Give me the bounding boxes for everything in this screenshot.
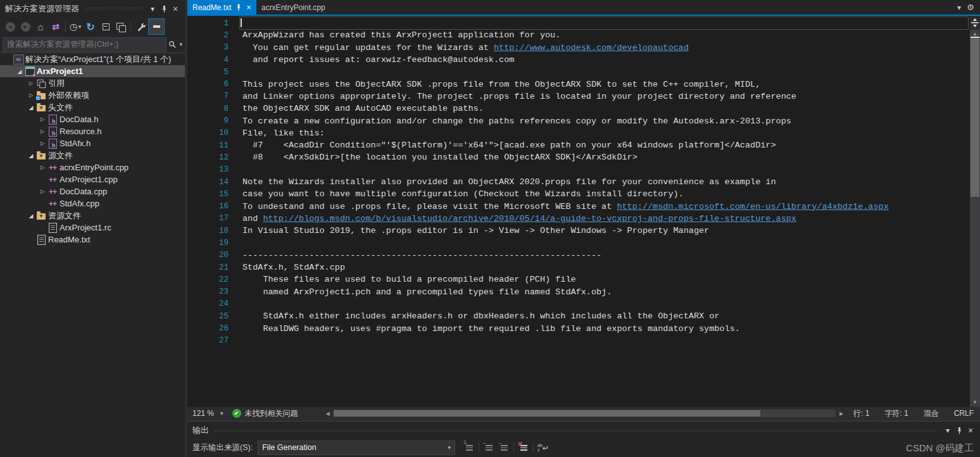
tree-expand-arrow[interactable]: ▷ <box>27 80 35 86</box>
find-message-icon[interactable]: ↴ <box>462 441 477 454</box>
tab-readme[interactable]: ReadMe.txt × <box>187 0 256 15</box>
line-number: 1 <box>187 19 232 28</box>
search-icon[interactable] <box>166 39 178 50</box>
tree-expand-arrow[interactable]: ▷ <box>38 116 47 122</box>
close-icon[interactable]: × <box>246 3 251 12</box>
next-message-icon[interactable]: → <box>496 441 512 454</box>
toolbar-separator <box>513 442 514 453</box>
preview-selected-items-icon[interactable] <box>148 19 165 34</box>
search-options-caret[interactable]: ▾ <box>179 41 182 47</box>
pin-icon[interactable] <box>236 4 242 11</box>
gear-icon[interactable]: ⚙ <box>965 2 976 13</box>
tree-expand-arrow[interactable]: ▷ <box>38 189 47 194</box>
close-icon[interactable]: × <box>170 3 181 15</box>
tree-item[interactable]: ◢▼源文件 <box>0 149 185 161</box>
references-icon <box>35 78 47 89</box>
tree-expand-arrow[interactable]: ◢ <box>15 68 24 75</box>
line-number: 22 <box>187 275 232 284</box>
pending-changes-clock-icon[interactable]: ◷▾ <box>68 19 83 34</box>
scroll-down-arrow[interactable]: ▼ <box>970 399 980 405</box>
code-line: 17and http://blogs.msdn.com/b/visualstud… <box>187 213 970 225</box>
scroll-right-arrow[interactable]: ▶ <box>837 411 846 416</box>
tree-item[interactable]: ReadMe.txt <box>0 234 185 246</box>
hyperlink[interactable]: http://msdn.microsoft.com/en-us/library/… <box>617 202 888 211</box>
code-line: 21StdAfx.h, StdAfx.cpp <box>187 261 970 273</box>
clear-all-icon[interactable]: ✕ <box>516 441 531 454</box>
show-all-files-icon[interactable] <box>113 19 129 34</box>
refresh-icon[interactable]: ↻ <box>83 19 98 34</box>
zoom-level[interactable]: 121 % <box>192 409 214 418</box>
folder-filter-icon: ▼ <box>35 151 47 161</box>
output-titlebar[interactable]: 输出 ▾ × <box>187 422 980 439</box>
code-line: 22 These files are used to build a preco… <box>187 273 970 285</box>
solution-explorer-titlebar[interactable]: 解决方案资源管理器 ▾ × <box>0 0 185 17</box>
tree-item[interactable]: ▷StdAfx.h <box>0 137 185 149</box>
line-number: 14 <box>187 178 232 187</box>
problems-status[interactable]: 未找到相关问题 <box>245 408 298 419</box>
tree-item[interactable]: ▷++DocData.cpp <box>0 185 185 197</box>
chevron-down-icon[interactable]: ▾ <box>953 2 965 13</box>
close-icon[interactable]: × <box>965 425 976 436</box>
pin-icon[interactable] <box>953 425 965 436</box>
collapse-all-icon[interactable] <box>98 19 113 34</box>
zoom-caret-icon[interactable]: ▾ <box>220 410 223 416</box>
tree-item[interactable]: ◢▼资源文件 <box>0 210 185 222</box>
tree-item[interactable]: ∞解决方案“ArxProject1”(1 个项目/共 1 个) <box>0 53 185 65</box>
line-text: You can get regular updates for the Wiza… <box>232 43 689 53</box>
split-window-handle[interactable] <box>970 16 980 30</box>
line-text: In Visual Studio 2019, the .props editor… <box>232 226 709 235</box>
tree-item[interactable]: ▷DocData.h <box>0 113 185 125</box>
encoding-indicator: 混合 <box>924 408 939 419</box>
code-line: 10File, like this: <box>187 127 970 139</box>
wrench-icon[interactable] <box>133 19 148 34</box>
code-line: 16To undestand and use .props file, plea… <box>187 200 970 212</box>
scroll-left-arrow[interactable]: ◀ <box>324 411 332 416</box>
tab-label: acrxEntryPoint.cpp <box>261 3 325 12</box>
tree-expand-arrow[interactable]: ▷ <box>38 141 47 146</box>
nav-forward-icon[interactable]: ► <box>18 19 33 34</box>
tree-item[interactable]: ArxProject1.rc <box>0 222 185 234</box>
tree-expand-arrow[interactable]: ▷ <box>38 165 47 170</box>
tree-expand-arrow[interactable]: ▷ <box>38 128 47 134</box>
prev-message-icon[interactable]: ← <box>481 441 496 454</box>
home-icon[interactable]: ⌂ <box>33 19 48 34</box>
tree-item[interactable]: ▷Resource.h <box>0 125 185 137</box>
tree-item[interactable]: ◢▼头文件 <box>0 101 185 113</box>
sync-active-document-icon[interactable]: ⇄ <box>48 19 63 34</box>
scroll-up-arrow[interactable]: ▲ <box>970 31 980 37</box>
tree-item[interactable]: ++StdAfx.cpp <box>0 197 185 210</box>
code-view[interactable]: 12ArxAppWizard has created this ArxProje… <box>187 16 980 407</box>
visual-studio-window: 解决方案资源管理器 ▾ × ◄►⌂⇄◷▾↻ ▾ ∞解决方案“ArxProject… <box>0 0 980 457</box>
tree-item[interactable]: ++ArxProject1.cpp <box>0 173 185 185</box>
horizontal-scrollbar[interactable] <box>334 410 836 417</box>
tree-expand-arrow[interactable]: ◢ <box>27 153 35 159</box>
horizontal-scroll-thumb[interactable] <box>334 410 760 416</box>
toggle-word-wrap-icon[interactable]: abc↵ <box>536 441 551 454</box>
tree-expand-arrow[interactable]: ◢ <box>27 104 35 111</box>
vertical-scroll-thumb[interactable] <box>971 39 979 197</box>
line-ending-indicator: CRLF <box>954 409 974 418</box>
tree-item[interactable]: ▷引用 <box>0 77 185 89</box>
tree-item[interactable]: ◢ArxProject1 <box>0 65 185 77</box>
tab-acrxentrypoint[interactable]: acrxEntryPoint.cpp <box>256 0 330 15</box>
tree-expand-arrow[interactable]: ◢ <box>27 213 35 219</box>
code-line: 6This project uses the ObjectARX SDK .pr… <box>187 78 970 90</box>
editor-status-bar: 121 % ▾ ✔ 未找到相关问题 ◀ ▶ 行: 1 字符: 1 混合 CRLF <box>187 407 980 420</box>
hyperlink[interactable]: http://blogs.msdn.com/b/visualstudio/arc… <box>263 214 796 223</box>
hyperlink[interactable]: http://www.autodesk.com/developautocad <box>494 43 689 53</box>
chevron-down-icon[interactable]: ▾ <box>147 3 158 15</box>
nav-back-icon[interactable]: ◄ <box>3 19 18 34</box>
output-source-select[interactable]: File Generation ▾ <box>258 441 455 455</box>
vertical-scrollbar[interactable]: ▲ ▼ <box>970 16 980 407</box>
line-number: 26 <box>187 324 232 333</box>
tree-expand-arrow[interactable]: ▷ <box>27 92 35 98</box>
pin-icon[interactable] <box>158 3 170 15</box>
line-number: 3 <box>187 43 232 52</box>
tree-item[interactable]: ▷++acrxEntryPoint.cpp <box>0 161 185 173</box>
output-icon-group: ↴←→✕abc↵ <box>462 441 551 454</box>
tree-item[interactable]: ▷外部依赖项 <box>0 89 185 101</box>
chevron-down-icon[interactable]: ▾ <box>942 425 953 436</box>
line-text: This project uses the ObjectARX SDK .pro… <box>232 80 760 89</box>
search-input[interactable] <box>3 37 166 52</box>
no-issues-check-icon[interactable]: ✔ <box>232 409 241 418</box>
